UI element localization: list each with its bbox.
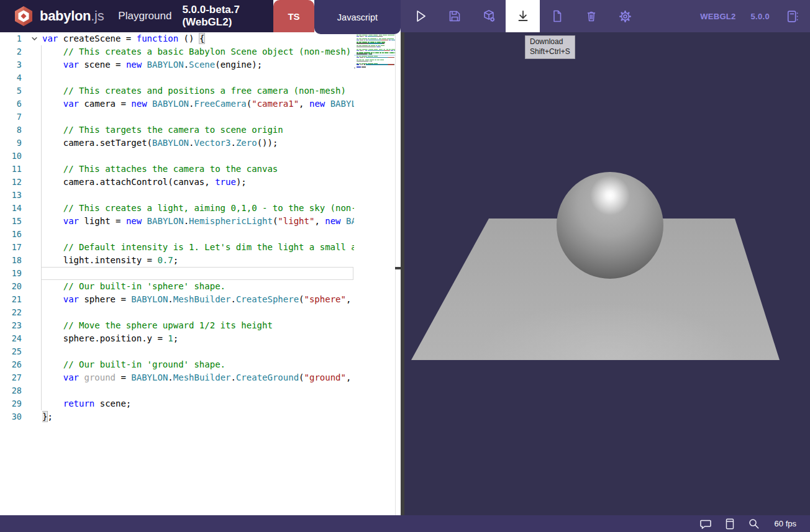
code-line[interactable]: 17 // Default intensity is 1. Let's dim … — [0, 241, 354, 254]
brand-name: babylon.js — [40, 8, 104, 24]
code-line[interactable]: 10 — [0, 150, 354, 163]
code-line[interactable]: 5 // This creates and positions a free c… — [0, 84, 354, 97]
code-line[interactable]: 13 — [0, 189, 354, 202]
fold-spacer — [26, 280, 42, 293]
fold-chevron-icon[interactable] — [26, 32, 42, 45]
line-number: 29 — [0, 397, 26, 410]
code-text — [42, 345, 354, 358]
splitter-handle[interactable] — [395, 267, 404, 269]
code-line[interactable]: 4 — [0, 71, 354, 84]
code-text — [42, 228, 354, 241]
code-line[interactable]: 9 camera.setTarget(BABYLON.Vector3.Zero(… — [0, 137, 354, 150]
code-text — [42, 306, 354, 319]
code-line[interactable]: 7 — [0, 110, 354, 124]
examples-button[interactable] — [785, 9, 800, 24]
gutter[interactable]: 13 — [0, 189, 42, 202]
gutter[interactable]: 25 — [0, 345, 42, 358]
save-button[interactable] — [437, 0, 471, 32]
gutter[interactable]: 6 — [0, 97, 42, 110]
babylon-logo[interactable]: babylon.js — [12, 5, 104, 27]
gutter[interactable]: 3 — [0, 58, 42, 71]
fold-spacer — [26, 110, 42, 124]
fold-spacer — [26, 254, 42, 267]
line-number: 20 — [0, 280, 26, 293]
gutter[interactable]: 23 — [0, 319, 42, 332]
run-button[interactable] — [403, 0, 437, 32]
gutter[interactable]: 9 — [0, 137, 42, 150]
line-number: 22 — [0, 306, 26, 319]
gutter[interactable]: 21 — [0, 293, 42, 306]
gutter[interactable]: 27 — [0, 371, 42, 384]
code-line[interactable]: 3 var scene = new BABYLON.Scene(engine); — [0, 58, 354, 71]
inspector-button[interactable] — [471, 0, 506, 32]
code-line[interactable]: 28 — [0, 384, 354, 397]
code-editor[interactable]: 1var createScene = function () {2 // Thi… — [0, 32, 401, 515]
code-line[interactable]: 30}; — [0, 410, 354, 423]
code-line[interactable]: 20 // Our built-in 'sphere' shape. — [0, 280, 354, 293]
gutter[interactable]: 24 — [0, 332, 42, 345]
code-line[interactable]: 29 return scene; — [0, 397, 354, 410]
gutter[interactable]: 29 — [0, 397, 42, 410]
gutter[interactable]: 7 — [0, 110, 42, 124]
line-number: 4 — [0, 71, 26, 84]
code-line[interactable]: 14 // This creates a light, aiming 0,1,0… — [0, 202, 354, 215]
gutter[interactable]: 26 — [0, 358, 42, 371]
code-line[interactable]: 25 — [0, 345, 354, 358]
code-text: var createScene = function () { — [42, 32, 354, 45]
typescript-toggle-button[interactable]: TS — [273, 0, 314, 32]
search-button[interactable] — [747, 516, 761, 531]
code-line[interactable]: 21 var sphere = BABYLON.MeshBuilder.Crea… — [0, 293, 354, 306]
toolbar — [401, 0, 694, 32]
code-line[interactable]: 27 var ground = BABYLON.MeshBuilder.Crea… — [0, 371, 354, 384]
code-line[interactable]: 12 camera.attachControl(canvas, true); — [0, 176, 354, 189]
pane-splitter[interactable] — [401, 32, 404, 515]
gutter[interactable]: 18 — [0, 254, 42, 267]
code-line[interactable]: 23 // Move the sphere upward 1/2 its hei… — [0, 319, 354, 332]
gutter[interactable]: 14 — [0, 202, 42, 215]
fold-spacer — [26, 319, 42, 332]
gutter[interactable]: 28 — [0, 384, 42, 397]
code-line[interactable]: 11 // This attaches the camera to the ca… — [0, 163, 354, 176]
docs-button[interactable] — [723, 517, 737, 531]
code-line[interactable]: 8 // This targets the camera to scene or… — [0, 124, 354, 137]
download-button[interactable] — [506, 0, 540, 32]
line-number: 19 — [0, 267, 26, 280]
code-line[interactable]: 18 light.intensity = 0.7; — [0, 254, 354, 267]
gear-icon — [617, 9, 633, 24]
chat-button[interactable] — [698, 516, 713, 531]
gutter[interactable]: 10 — [0, 150, 42, 163]
line-number: 26 — [0, 358, 26, 371]
gutter[interactable]: 8 — [0, 124, 42, 137]
language-dropdown[interactable]: Javascript — [314, 0, 401, 34]
code-line[interactable]: 22 — [0, 306, 354, 319]
docs-icon — [723, 517, 737, 531]
minimap[interactable] — [354, 34, 395, 120]
gutter[interactable]: 11 — [0, 163, 42, 176]
code-line[interactable]: 19 — [0, 267, 354, 280]
gutter[interactable]: 2 — [0, 45, 42, 58]
gutter[interactable]: 30 — [0, 410, 42, 423]
gutter[interactable]: 22 — [0, 306, 42, 319]
code-line[interactable]: 16 — [0, 228, 354, 241]
code-line[interactable]: 6 var camera = new BABYLON.FreeCamera("c… — [0, 97, 354, 110]
gutter[interactable]: 12 — [0, 176, 42, 189]
code-line[interactable]: 15 var light = new BABYLON.HemisphericLi… — [0, 215, 354, 228]
code-line[interactable]: 1var createScene = function () { — [0, 32, 354, 45]
settings-button[interactable] — [608, 0, 642, 32]
new-button[interactable] — [540, 0, 574, 32]
render-canvas[interactable]: Download Shift+Ctrl+S — [404, 32, 810, 515]
gutter[interactable]: 5 — [0, 84, 42, 97]
code-line[interactable]: 26 // Our built-in 'ground' shape. — [0, 358, 354, 371]
gutter[interactable]: 17 — [0, 241, 42, 254]
code-text: camera.attachControl(canvas, true); — [42, 176, 354, 189]
delete-button[interactable] — [574, 0, 608, 32]
code-line[interactable]: 24 sphere.position.y = 1; — [0, 332, 354, 345]
gutter[interactable]: 20 — [0, 280, 42, 293]
code-line[interactable]: 2 // This creates a basic Babylon Scene … — [0, 45, 354, 58]
gutter[interactable]: 4 — [0, 71, 42, 84]
gutter[interactable]: 15 — [0, 215, 42, 228]
gutter[interactable]: 1 — [0, 32, 42, 45]
fold-spacer — [26, 397, 42, 410]
gutter[interactable]: 16 — [0, 228, 42, 241]
gutter[interactable]: 19 — [0, 267, 42, 280]
